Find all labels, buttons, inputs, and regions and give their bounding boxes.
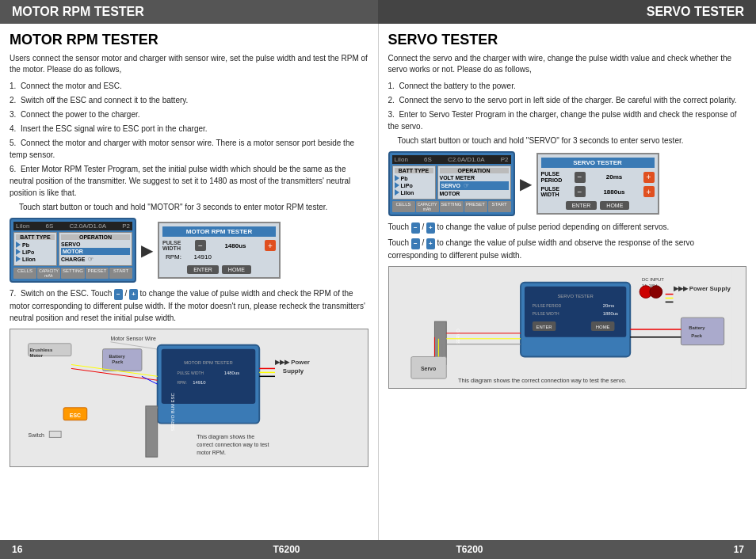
charger-cells: 6S <box>45 222 53 230</box>
svg-text:motor RPM.: motor RPM. <box>197 450 226 455</box>
charger-footer: CELLS CAPACITYmAh SETTING PRESET START <box>13 268 132 279</box>
op-servo-label: SERVO <box>61 241 80 247</box>
footer-start[interactable]: START <box>109 268 132 279</box>
svg-text:This diagram shows the: This diagram shows the <box>197 434 254 440</box>
svg-text:▶▶▶ Power: ▶▶▶ Power <box>275 359 310 366</box>
servo-charger-display: LiIon 6S C2.0A/D1.0A P2 BATT TYPE Pb <box>388 151 515 216</box>
servo-pulse-width-plus[interactable]: + <box>643 186 655 197</box>
svg-text:PULSE WIDTH: PULSE WIDTH <box>532 312 559 316</box>
servo-enter-button[interactable]: ENTER <box>566 201 598 210</box>
servo-footer-preset[interactable]: PRESET <box>464 201 487 212</box>
step-2: 2. Switch off the ESC and connect it to … <box>10 94 368 106</box>
svg-text:1480us: 1480us <box>224 371 239 375</box>
batt-liion: LiIon <box>16 256 55 262</box>
servo-diagram: DC INPUT 11-18V ▶▶▶ Power Supply SERVO T… <box>388 266 747 389</box>
servo-hand-icon: ☞ <box>464 182 469 189</box>
pulse-width-plus[interactable]: + <box>265 240 276 251</box>
svg-text:DC INPUT: DC INPUT <box>642 277 664 282</box>
servo-charger-model: LiIon <box>395 156 408 163</box>
batt-pb-label: Pb <box>22 242 29 248</box>
batt-lipo: LiPo <box>16 249 55 255</box>
pulse-period-value: 20ms <box>587 173 642 181</box>
servo-operation-panel: OPERATION VOLT METER SERVO ☞ MOTOR <box>437 165 511 200</box>
servo-op-motor-label: MOTOR <box>440 191 460 196</box>
rpm-buttons: ENTER HOME <box>162 265 276 274</box>
svg-text:Motor Sensor Wire: Motor Sensor Wire <box>110 336 156 341</box>
batt-pb: Pb <box>16 241 55 248</box>
servo-pulse-width-minus[interactable]: − <box>575 186 586 197</box>
pulse-width-minus[interactable]: − <box>195 240 206 251</box>
home-button[interactable]: HOME <box>222 265 251 274</box>
servo-footer-capacity[interactable]: CAPACITYmAh <box>416 201 439 212</box>
servo-batt-pb: Pb <box>395 175 433 181</box>
servo-op-servo[interactable]: SERVO ☞ <box>440 181 509 190</box>
charger-body: BATT TYPE Pb LiPo LiIon <box>13 232 132 266</box>
servo-footer-setting[interactable]: SETTING <box>440 201 464 212</box>
servo-diagram-svg: DC INPUT 11-18V ▶▶▶ Power Supply SERVO T… <box>389 267 746 388</box>
svg-text:Battery: Battery <box>109 354 125 359</box>
servo-footer-start[interactable]: START <box>488 201 511 212</box>
plus-icon: + <box>426 222 435 234</box>
motor-section: MOTOR RPM TESTER Users connect the senso… <box>0 24 379 540</box>
svg-text:PULSE WIDTH: PULSE WIDTH <box>177 371 204 375</box>
servo-charger-port: P2 <box>501 156 509 163</box>
servo-step-1: 1. Connect the battery to the power. <box>388 80 747 92</box>
svg-text:PULSE PERIOD: PULSE PERIOD <box>532 304 561 308</box>
op-servo[interactable]: SERVO <box>61 241 130 247</box>
page-header: MOTOR RPM TESTER SERVO TESTER <box>0 0 756 24</box>
plus-icon2: + <box>426 238 435 249</box>
servo-charger-header: LiIon 6S C2.0A/D1.0A P2 <box>392 155 511 164</box>
operation-panel: OPERATION SERVO MOTOR CHARGE ☞ <box>59 232 132 266</box>
pulse-period-row: PULSEPERIOD − 20ms + <box>541 171 655 183</box>
servo-op-voltmeter[interactable]: VOLT METER <box>440 175 509 181</box>
pulse-period-plus[interactable]: + <box>643 172 655 183</box>
svg-text:20ms: 20ms <box>602 303 613 308</box>
svg-text:Pack: Pack <box>112 359 124 364</box>
servo-batt-pb-label: Pb <box>401 176 408 181</box>
svg-text:This diagram shows the correct: This diagram shows the correct connectio… <box>458 377 626 384</box>
servo-footer-cells[interactable]: CELLS <box>392 201 415 212</box>
footer-preset[interactable]: PRESET <box>86 268 109 279</box>
step-4: 4. Insert the ESC signal wire to ESC por… <box>10 123 368 135</box>
op-motor[interactable]: MOTOR <box>61 248 130 255</box>
servo-charger-footer: CELLS CAPACITYmAh SETTING PRESET START <box>392 201 511 212</box>
svg-point-38 <box>649 286 662 299</box>
step-6: 6. Enter Motor RPM Tester Program, set t… <box>10 163 368 199</box>
servo-step-2: 2. Connect the servo to the servo port i… <box>388 94 747 106</box>
footer-capacity[interactable]: CAPACITYmAh <box>37 268 60 279</box>
servo-op-header: OPERATION <box>440 168 509 173</box>
motor-charger-display: LiIon 6S C2.0A/D1.0A P2 BATT TYPE Pb <box>10 218 136 283</box>
enter-button[interactable]: ENTER <box>187 265 219 274</box>
footer-setting[interactable]: SETTING <box>61 268 85 279</box>
pulse-width-label: PULSEWIDTH <box>162 240 193 251</box>
main-content: MOTOR RPM TESTER Users connect the senso… <box>0 24 756 540</box>
pulse-period-label: PULSEPERIOD <box>541 171 573 183</box>
servo-charger-cells: 6S <box>424 156 432 163</box>
charger-port: P2 <box>122 222 130 230</box>
batt-arrow-lipo <box>16 249 21 255</box>
svg-text:ESC: ESC <box>70 413 81 418</box>
pulse-period-minus[interactable]: − <box>575 172 586 183</box>
svg-text:SERVO: SERVO <box>456 329 460 345</box>
servo-tester-header: SERVO TESTER <box>541 158 655 168</box>
motor-steps: 1. Connect the motor and ESC. 2. Switch … <box>10 80 368 213</box>
footer-cells[interactable]: CELLS <box>13 268 36 279</box>
servo-charger-rate: C2.0A/D1.0A <box>448 156 485 163</box>
op-charge[interactable]: CHARGE ☞ <box>61 256 130 263</box>
minus-icon-text: − <box>114 289 123 300</box>
svg-rect-24 <box>49 432 61 438</box>
servo-charger-body: BATT TYPE Pb LiPo LiIon <box>392 165 511 200</box>
model-right: T6200 <box>378 544 561 555</box>
servo-batt-arrow-pb <box>395 175 399 181</box>
servo-home-button[interactable]: HOME <box>600 201 629 210</box>
arrow-to-servo: ▶ <box>520 174 532 193</box>
step-7: 7. Switch on the ESC. Touch − / + to cha… <box>10 287 368 324</box>
motor-diagram: Motor Sensor Wire Brushless Motor Batter… <box>10 329 368 467</box>
servo-section-title: SERVO TESTER <box>388 32 747 48</box>
motor-device-row: LiIon 6S C2.0A/D1.0A P2 BATT TYPE Pb <box>10 218 368 283</box>
header-left-title: MOTOR RPM TESTER <box>0 0 378 24</box>
servo-pulse-width-row: PULSEWIDTH − 1880us + <box>541 186 655 198</box>
batt-type-header: BATT TYPE <box>16 234 55 240</box>
servo-op-motor[interactable]: MOTOR <box>440 191 509 196</box>
servo-pulse-width-label: PULSEWIDTH <box>541 186 573 198</box>
